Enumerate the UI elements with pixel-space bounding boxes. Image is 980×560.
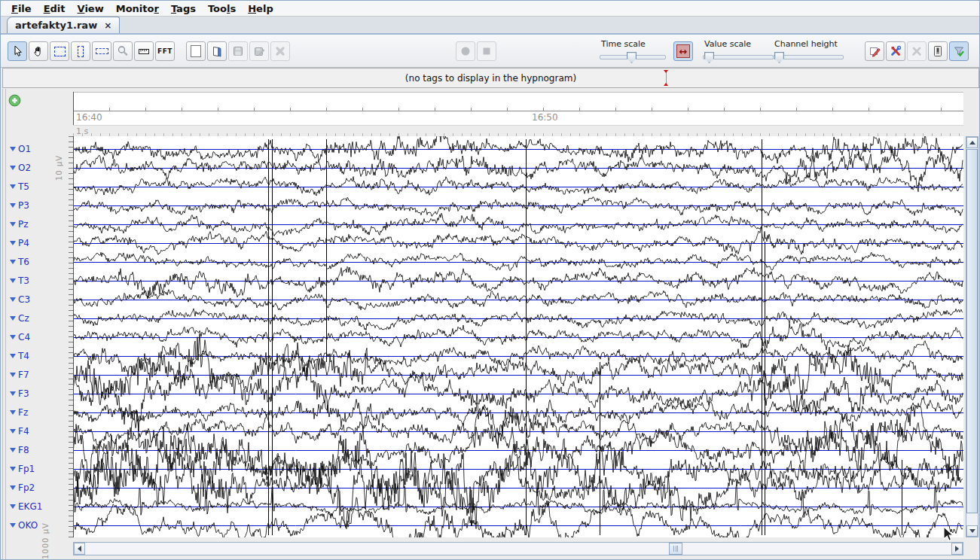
preferences-switch-button[interactable] [928, 41, 948, 61]
channel-label-c3[interactable]: C3 [10, 294, 30, 305]
channel-collapse-icon[interactable] [10, 410, 16, 415]
channel-label-p4[interactable]: P4 [10, 238, 29, 248]
scroll-left-button[interactable] [74, 543, 85, 555]
filter-button[interactable] [949, 41, 969, 61]
time-scale-thumb[interactable] [627, 52, 637, 63]
record-circle-icon [459, 45, 472, 57]
switch-icon [932, 45, 944, 57]
channel-label-t4[interactable]: T4 [10, 351, 29, 361]
channel-label-t6[interactable]: T6 [10, 257, 29, 267]
channel-label-ekg1[interactable]: EKG1 [10, 501, 42, 512]
channel-label-p3[interactable]: P3 [10, 200, 29, 211]
dashed-rect-icon [54, 47, 66, 56]
disabled-tools-icon [911, 45, 923, 57]
vertical-scrollbar[interactable] [966, 136, 978, 537]
select-column-button[interactable] [71, 41, 90, 61]
channel-collapse-icon[interactable] [10, 335, 16, 339]
eeg-plot-canvas[interactable] [73, 136, 963, 537]
menu-file[interactable]: File [5, 2, 38, 15]
dashed-column-icon [78, 46, 84, 57]
scroll-right-button[interactable] [951, 543, 963, 555]
channel-label-o1[interactable]: O1 [10, 144, 31, 154]
channel-height-thumb[interactable] [774, 52, 784, 63]
channel-label-f8[interactable]: F8 [10, 445, 29, 455]
channel-label-t5[interactable]: T5 [10, 181, 29, 192]
channel-label-o2[interactable]: O2 [10, 163, 31, 173]
channel-collapse-icon[interactable] [10, 504, 16, 509]
channel-label-f3[interactable]: F3 [10, 388, 29, 399]
channel-label-fp2[interactable]: Fp2 [10, 482, 35, 493]
channel-collapse-icon[interactable] [10, 373, 16, 377]
menu-tools[interactable]: Tools [202, 2, 242, 15]
edit-signal-parameters-button[interactable] [865, 41, 884, 61]
channel-label-oko[interactable]: OKO [10, 520, 38, 531]
channel-label-t3[interactable]: T3 [10, 275, 29, 286]
channel-collapse-icon[interactable] [10, 448, 16, 452]
pen-on-page-icon [869, 45, 881, 57]
channel-label-f4[interactable]: F4 [10, 426, 29, 437]
fft-button[interactable]: FFT [155, 41, 175, 61]
menu-monitor[interactable]: Monitor [110, 2, 165, 15]
disabled-tools-button[interactable] [907, 41, 927, 61]
save-tag-button[interactable] [228, 41, 248, 61]
channel-collapse-icon[interactable] [10, 184, 16, 189]
down-arrow-icon [969, 529, 975, 533]
open-tag-document-button[interactable] [207, 41, 227, 61]
pan-hand-button[interactable] [29, 41, 48, 61]
menu-edit[interactable]: Edit [38, 2, 72, 15]
channel-label-cz[interactable]: Cz [10, 313, 29, 324]
channel-collapse-icon[interactable] [10, 147, 16, 151]
save-tag-as-button[interactable] [249, 41, 269, 61]
channel-label-pz[interactable]: Pz [10, 219, 29, 230]
fit-page-button[interactable]: ↔ [673, 41, 693, 61]
scroll-down-button[interactable] [966, 525, 978, 537]
signal-montage-button[interactable] [886, 41, 905, 61]
value-scale-thumb[interactable] [704, 52, 714, 63]
record-button[interactable] [456, 41, 475, 61]
vertical-scrollbar-thumb[interactable] [966, 149, 978, 513]
horizontal-scrollbar-thumb[interactable] [669, 543, 682, 555]
tab-close-icon[interactable]: × [104, 20, 111, 31]
zoom-button[interactable] [113, 41, 133, 61]
select-region-button[interactable] [50, 41, 69, 61]
menu-tags[interactable]: Tags [165, 2, 202, 15]
channel-label-fz[interactable]: Fz [10, 407, 28, 418]
scroll-up-button[interactable] [966, 137, 978, 148]
hypnogram-position-marker[interactable] [666, 70, 667, 86]
add-montage-channel-button[interactable] [8, 94, 21, 107]
tab-title: artefakty1.raw [15, 20, 97, 31]
menu-help[interactable]: Help [242, 2, 279, 15]
channel-collapse-icon[interactable] [10, 278, 16, 283]
select-cursor-button[interactable] [8, 41, 27, 61]
channel-label-f7[interactable]: F7 [10, 370, 29, 380]
close-tag-button[interactable] [270, 41, 290, 61]
channel-collapse-icon[interactable] [10, 485, 16, 490]
channel-collapse-icon[interactable] [10, 523, 16, 528]
hypnogram-message: (no tags to display in the hypnogram) [405, 73, 576, 84]
value-scale-label: Value scale [704, 39, 751, 49]
channel-collapse-icon[interactable] [10, 429, 16, 434]
channel-collapse-icon[interactable] [10, 222, 16, 227]
channel-collapse-icon[interactable] [10, 297, 16, 302]
fft-label: FFT [157, 47, 172, 55]
book-icon [211, 45, 223, 57]
channel-collapse-icon[interactable] [10, 260, 16, 264]
menu-view[interactable]: View [72, 2, 110, 15]
channel-collapse-icon[interactable] [10, 166, 16, 170]
horizontal-scrollbar[interactable] [73, 542, 963, 555]
channel-collapse-icon[interactable] [10, 241, 16, 245]
select-channel-button[interactable] [92, 41, 111, 61]
channel-collapse-icon[interactable] [10, 316, 16, 321]
channel-collapse-icon[interactable] [10, 354, 16, 358]
channel-label-c4[interactable]: C4 [10, 332, 30, 342]
new-tag-document-button[interactable] [186, 41, 206, 61]
stop-button[interactable] [477, 41, 496, 61]
channel-collapse-icon[interactable] [10, 203, 16, 208]
channel-label-fp1[interactable]: Fp1 [10, 464, 35, 474]
ruler-button[interactable] [134, 41, 154, 61]
channel-collapse-icon[interactable] [10, 467, 16, 471]
tab-artefakty1[interactable]: artefakty1.raw × [7, 17, 120, 33]
hypnogram-bar[interactable]: (no tags to display in the hypnogram) [2, 68, 979, 88]
left-arrow-icon [78, 546, 81, 552]
channel-collapse-icon[interactable] [10, 391, 16, 396]
